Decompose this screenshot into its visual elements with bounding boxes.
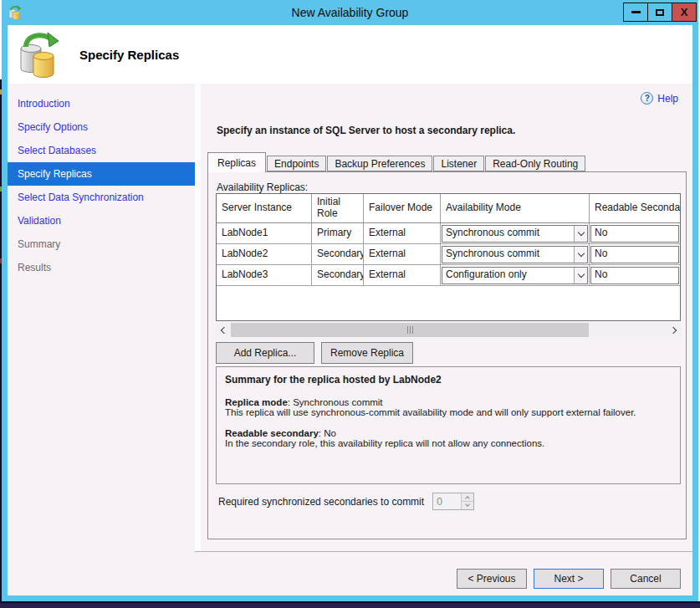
- column-header-availability-mode[interactable]: Availability Mode: [441, 194, 590, 222]
- chevron-down-icon: [574, 268, 587, 284]
- chevron-down-icon: [574, 247, 587, 263]
- help-icon: ?: [641, 92, 653, 105]
- titlebar: New Availability Group X: [2, 0, 698, 25]
- tab-replicas[interactable]: Replicas: [207, 152, 266, 172]
- chevron-right-icon: [669, 326, 676, 333]
- window-title: New Availability Group: [2, 0, 698, 25]
- readable-secondary-dropdown[interactable]: No: [590, 267, 679, 284]
- readable-secondary-label: Readable secondary: [225, 428, 319, 438]
- availability-mode-dropdown[interactable]: Synchronous commit: [442, 225, 588, 243]
- sidebar-item-validation[interactable]: Validation: [8, 209, 195, 232]
- scroll-left-button[interactable]: [216, 323, 230, 337]
- help-link[interactable]: ? Help: [641, 92, 678, 105]
- add-replica-button[interactable]: Add Replica...: [216, 342, 314, 364]
- minimize-button[interactable]: [623, 3, 648, 22]
- cell-initial-role: Secondary: [312, 265, 364, 285]
- replica-mode-value: : Synchronous commit: [288, 397, 383, 407]
- replica-mode-label: Replica mode: [225, 397, 288, 407]
- cell-server-instance: LabNode2: [217, 244, 312, 264]
- help-label: Help: [657, 93, 678, 105]
- chevron-left-icon: [220, 326, 227, 333]
- readable-secondary-description: In the secondary role, this availability…: [225, 438, 672, 448]
- grid-header-row: Server Instance Initial Role Failover Mo…: [217, 194, 680, 223]
- table-row[interactable]: LabNode3 Secondary External Configuratio…: [217, 265, 680, 286]
- table-row[interactable]: LabNode1 Primary External Synchronous co…: [217, 223, 680, 244]
- replicas-grid: Server Instance Initial Role Failover Mo…: [216, 193, 681, 321]
- availability-replicas-label: Availability Replicas:: [217, 181, 308, 193]
- horizontal-scrollbar[interactable]: [216, 323, 681, 337]
- chevron-down-icon: [574, 226, 587, 242]
- spinner-up-button: [462, 493, 473, 502]
- cell-failover-mode: External: [364, 244, 441, 264]
- cell-server-instance: LabNode3: [217, 265, 312, 285]
- sidebar-item-specify-replicas[interactable]: Specify Replicas: [8, 162, 195, 186]
- commit-secondaries-spinner: 0: [432, 493, 474, 510]
- footer-separator: [195, 551, 692, 552]
- wizard-footer: < Previous Next > Cancel: [8, 551, 692, 595]
- cell-server-instance: LabNode1: [217, 223, 312, 243]
- chevron-up-icon: [465, 496, 470, 501]
- tab-endpoints[interactable]: Endpoints: [267, 156, 326, 171]
- column-header-initial-role[interactable]: Initial Role: [312, 194, 364, 222]
- next-button[interactable]: Next >: [534, 569, 604, 589]
- spinner-down-button: [462, 502, 473, 509]
- maximize-button[interactable]: [647, 3, 672, 22]
- cell-failover-mode: External: [364, 223, 441, 243]
- replica-mode-description: This replica will use synchronous-commit…: [225, 407, 672, 417]
- content-area: ? Help Specify an instance of SQL Server…: [201, 84, 692, 551]
- commit-secondaries-label: Required synchronized secondaries to com…: [218, 496, 424, 508]
- replicas-tab-panel: Availability Replicas: Server Instance I…: [207, 171, 687, 539]
- cell-failover-mode: External: [364, 265, 441, 285]
- spinner-value: 0: [433, 493, 461, 509]
- desktop-taskbar-strip: [0, 601, 700, 608]
- commit-secondaries-row: Required synchronized secondaries to com…: [218, 493, 474, 510]
- availability-mode-dropdown[interactable]: Synchronous commit: [442, 246, 588, 263]
- tab-strip: Replicas Endpoints Backup Preferences Li…: [207, 156, 586, 171]
- summary-heading: Summary for the replica hosted by LabNod…: [225, 374, 672, 386]
- tab-listener[interactable]: Listener: [433, 156, 484, 171]
- tab-read-only-routing[interactable]: Read-Only Routing: [485, 156, 585, 171]
- sidebar-item-select-databases[interactable]: Select Databases: [8, 139, 195, 162]
- previous-button[interactable]: < Previous: [457, 569, 527, 589]
- sidebar-item-summary: Summary: [8, 232, 195, 256]
- readable-secondary-dropdown[interactable]: No: [590, 225, 679, 243]
- minimize-icon: [631, 11, 641, 13]
- close-button[interactable]: X: [672, 3, 697, 22]
- instruction-text: Specify an instance of SQL Server to hos…: [217, 125, 515, 136]
- sidebar-item-introduction[interactable]: Introduction: [8, 92, 195, 115]
- wizard-header: Specify Replicas: [8, 25, 692, 84]
- scrollbar-thumb[interactable]: [231, 323, 589, 337]
- maximize-icon: [656, 9, 664, 16]
- new-availability-group-window: New Availability Group X Specify Replica…: [2, 0, 698, 601]
- readable-secondary-dropdown[interactable]: No: [590, 246, 679, 263]
- close-icon: X: [681, 6, 688, 18]
- scroll-right-button[interactable]: [667, 323, 681, 337]
- cell-initial-role: Secondary: [312, 244, 364, 264]
- column-header-failover-mode[interactable]: Failover Mode: [364, 194, 441, 222]
- replica-summary-box: Summary for the replica hosted by LabNod…: [216, 366, 681, 484]
- column-header-readable-secondary[interactable]: Readable Secondary: [590, 194, 680, 222]
- cell-initial-role: Primary: [312, 223, 364, 243]
- sidebar-item-select-data-synchronization[interactable]: Select Data Synchronization: [8, 186, 195, 209]
- chevron-down-icon: [465, 502, 470, 507]
- column-header-server-instance[interactable]: Server Instance: [217, 194, 312, 222]
- table-row[interactable]: LabNode2 Secondary External Synchronous …: [217, 244, 680, 265]
- availability-group-icon: [18, 30, 61, 79]
- tab-backup-preferences[interactable]: Backup Preferences: [327, 156, 432, 171]
- sidebar-item-results: Results: [8, 256, 195, 279]
- sidebar-item-specify-options[interactable]: Specify Options: [8, 115, 195, 139]
- cancel-button[interactable]: Cancel: [611, 569, 681, 589]
- sidebar-divider: [195, 84, 201, 551]
- page-title: Specify Replicas: [79, 48, 179, 62]
- readable-secondary-value: : No: [319, 428, 336, 438]
- remove-replica-button[interactable]: Remove Replica: [321, 342, 413, 364]
- availability-mode-dropdown[interactable]: Configuration only: [442, 267, 588, 284]
- wizard-steps-sidebar: Introduction Specify Options Select Data…: [8, 84, 195, 551]
